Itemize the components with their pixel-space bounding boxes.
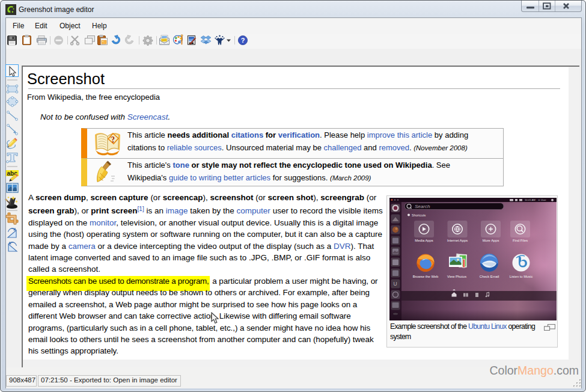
svg-text:Find Files: Find Files	[513, 239, 528, 242]
svg-text:Listen to Music: Listen to Music	[510, 275, 533, 278]
svg-text:?: ?	[241, 37, 245, 44]
svg-text:Media Apps: Media Apps	[415, 239, 433, 242]
svg-text:View Photos: View Photos	[447, 275, 466, 278]
svg-text:Shortcuts: Shortcuts	[412, 213, 426, 217]
svg-text:Check Email: Check Email	[480, 275, 499, 278]
svg-text:Internet Apps: Internet Apps	[447, 239, 468, 242]
svg-text:10:41 AM: 10:41 AM	[525, 198, 536, 201]
svg-text:Browse the Web: Browse the Web	[413, 275, 438, 278]
svg-text:More Apps: More Apps	[483, 239, 499, 242]
svg-text:Search: Search	[415, 204, 430, 209]
svg-text:U: U	[394, 281, 397, 287]
svg-text:♙ User: ♙ User	[538, 198, 546, 201]
